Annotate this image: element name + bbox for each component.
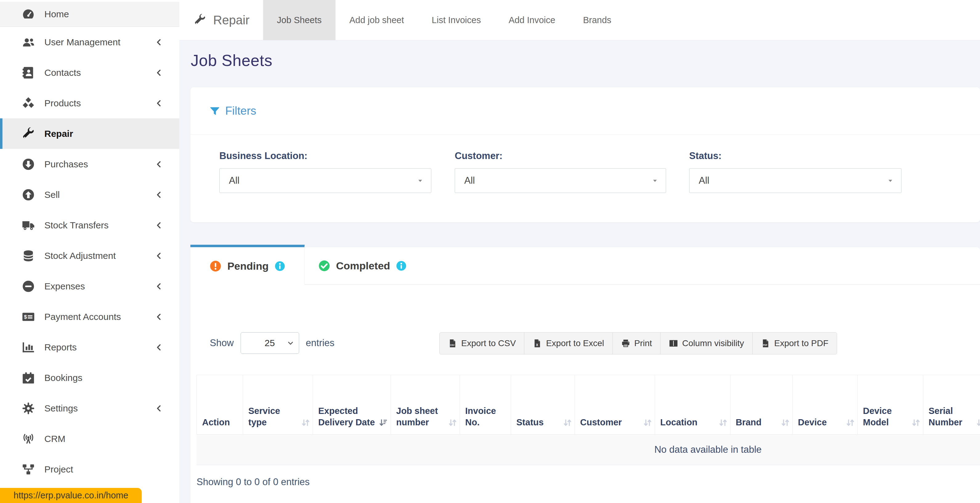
tachometer-icon [22,7,35,21]
filter-select-customer[interactable]: All [455,168,666,193]
job-sheets-card: Pending Completed Show 25 entries CSVExp… [190,247,980,503]
column-label: Serial Number [929,405,972,428]
sidebar-item-user-management[interactable]: User Management [0,27,179,57]
database-icon [22,249,35,263]
sidebar-item-expenses[interactable]: Expenses [0,271,179,301]
column-header-brand[interactable]: Brand [730,375,792,434]
filters-label: Filters [225,105,256,118]
filter-field-status: Status: All [689,150,901,193]
filter-select-business-location[interactable]: All [220,168,431,193]
sidebar-item-label: Home [45,9,69,19]
truck-icon [22,218,35,232]
chevron-left-icon [155,252,163,260]
money-check-icon: $ [22,310,35,324]
column-header-customer[interactable]: Customer [574,375,655,434]
export-to-excel-button[interactable]: XExport to Excel [524,332,612,355]
column-visibility-button[interactable]: Column visibility [660,332,752,355]
sidebar-item-settings[interactable]: Settings [0,393,179,423]
filters-card: Filters Business Location: All Customer:… [190,87,980,222]
nav-tab-add-job-sheet[interactable]: Add job sheet [336,0,418,40]
printer-icon [621,339,630,348]
address-book-icon [22,66,35,80]
chevron-left-icon [155,160,163,169]
sidebar-item-project[interactable]: Project [0,454,179,484]
filters-toggle[interactable]: Filters [210,105,256,118]
sort-both-icon [718,418,728,428]
sidebar-item-reports[interactable]: Reports [0,332,179,363]
column-label: Action [202,417,230,428]
file-excel-icon: X [533,339,542,348]
tab-completed[interactable]: Completed [305,247,420,284]
sidebar-item-label: User Management [45,37,121,48]
entries-summary: Showing 0 to 0 of 0 entries [197,476,310,487]
status-url-text: https://erp.pvalue.co.in/home [14,490,128,501]
wrench-icon [194,14,207,27]
sidebar-item-crm[interactable]: CRM [0,423,179,454]
nav-tab-brands[interactable]: Brands [569,0,625,40]
export-to-pdf-button[interactable]: PDFExport to PDF [752,332,837,355]
column-header-service-type[interactable]: Service type [243,375,313,434]
sidebar-item-purchases[interactable]: Purchases [0,149,179,179]
filters-header: Filters [190,87,980,135]
sidebar-item-stock-transfers[interactable]: Stock Transfers [0,210,179,240]
sidebar-item-stock-adjustment[interactable]: Stock Adjustment [0,240,179,271]
column-label: Brand [736,417,762,428]
sidebar-item-bookings[interactable]: Bookings [0,363,179,393]
caret-down-icon [652,177,659,184]
repair-nav-tabs: Job SheetsAdd job sheetList InvoicesAdd … [263,0,625,40]
column-label: Location [660,417,697,428]
chevron-left-icon [155,99,163,108]
sidebar-item-label: Settings [45,403,78,414]
column-header-serial-number[interactable]: Serial Number [923,375,980,434]
nav-tab-add-invoice[interactable]: Add Invoice [495,0,570,40]
gear-icon [22,401,35,415]
column-header-device[interactable]: Device [792,375,858,434]
column-header-expected-delivery-date[interactable]: Expected Delivery Date [313,375,391,434]
chevron-left-icon [155,282,163,291]
sidebar-item-home[interactable]: Home [0,2,179,27]
filter-select-value: All [229,175,239,186]
tab-label: Completed [336,260,390,272]
wrench-icon [22,127,35,140]
export-button-label: Export to CSV [461,338,516,348]
sidebar-item-label: Stock Transfers [45,220,108,231]
show-label: Show [210,337,234,349]
export-button-label: Export to Excel [546,338,604,348]
column-header-job-sheet-number[interactable]: Job sheet number [391,375,460,434]
column-label: Device [798,417,827,428]
export-button-label: Export to PDF [774,338,829,348]
sidebar-item-label: Contacts [45,67,81,78]
check-circle-icon [318,259,331,272]
sidebar-item-products[interactable]: Products [0,88,179,118]
tab-pending[interactable]: Pending [190,245,305,285]
svg-text:PDF: PDF [763,344,768,346]
sort-both-icon [976,418,980,428]
column-header-status[interactable]: Status [511,375,574,434]
job-sheets-table: Action Service type Expected Delivery Da… [197,375,980,465]
sidebar-item-label: Products [45,98,81,108]
column-header-device-model[interactable]: Device Model [858,375,923,434]
sidebar-item-label: Project [45,464,73,474]
broadcast-tower-icon [22,432,35,446]
sidebar-item-contacts[interactable]: Contacts [0,57,179,88]
columns-icon [669,339,678,348]
repair-brand[interactable]: Repair [179,0,263,40]
print-button[interactable]: Print [612,332,661,355]
sidebar-item-payment-accounts[interactable]: $ Payment Accounts [0,301,179,332]
nav-tab-list-invoices[interactable]: List Invoices [418,0,495,40]
column-header-location[interactable]: Location [655,375,730,434]
sidebar: Home User Management Contacts Products R… [0,0,179,503]
export-button-group: CSVExport to CSV XExport to Excel Print … [439,332,837,355]
caret-down-icon [887,177,894,184]
nav-tab-job-sheets[interactable]: Job Sheets [263,0,336,40]
filter-select-status[interactable]: All [689,168,901,193]
page-size-select[interactable]: 25 [240,332,299,354]
filter-select-value: All [464,175,475,186]
filter-field-customer: Customer: All [455,150,666,193]
export-button-label: Column visibility [682,338,744,348]
export-to-csv-button[interactable]: CSVExport to CSV [439,332,524,355]
sort-both-icon [301,418,310,428]
sidebar-item-repair[interactable]: Repair [0,118,179,149]
table-header-row: Action Service type Expected Delivery Da… [197,375,980,435]
sidebar-item-sell[interactable]: Sell [0,179,179,210]
